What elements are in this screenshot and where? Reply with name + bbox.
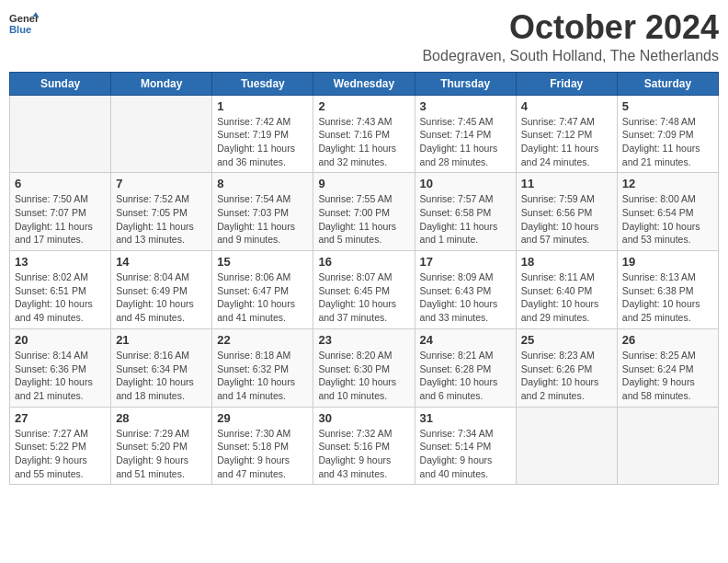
day-number: 30 [318, 411, 409, 425]
weekday-header-sunday: Sunday [10, 72, 111, 95]
calendar-cell: 24Sunrise: 8:21 AM Sunset: 6:28 PM Dayli… [415, 328, 516, 407]
day-number: 10 [420, 177, 511, 190]
day-info: Sunrise: 7:57 AM Sunset: 6:58 PM Dayligh… [420, 192, 511, 247]
calendar-cell: 27Sunrise: 7:27 AM Sunset: 5:22 PM Dayli… [10, 407, 111, 485]
day-number: 31 [420, 411, 511, 425]
weekday-header-wednesday: Wednesday [313, 72, 415, 95]
day-number: 21 [116, 333, 207, 347]
calendar-cell: 28Sunrise: 7:29 AM Sunset: 5:20 PM Dayli… [111, 407, 212, 485]
calendar-cell: 9Sunrise: 7:55 AM Sunset: 7:00 PM Daylig… [313, 173, 415, 251]
day-info: Sunrise: 8:09 AM Sunset: 6:43 PM Dayligh… [420, 270, 511, 325]
day-number: 27 [15, 411, 106, 425]
svg-text:Blue: Blue [9, 24, 31, 35]
day-number: 16 [318, 255, 409, 269]
calendar-cell: 10Sunrise: 7:57 AM Sunset: 6:58 PM Dayli… [415, 173, 516, 251]
calendar-cell: 16Sunrise: 8:07 AM Sunset: 6:45 PM Dayli… [313, 251, 415, 329]
calendar-cell: 8Sunrise: 7:54 AM Sunset: 7:03 PM Daylig… [212, 173, 313, 251]
day-info: Sunrise: 8:25 AM Sunset: 6:24 PM Dayligh… [622, 349, 713, 403]
day-number: 22 [217, 333, 308, 347]
calendar-cell [111, 95, 212, 173]
day-number: 26 [622, 333, 713, 347]
month-title: October 2024 [422, 9, 719, 46]
day-info: Sunrise: 8:13 AM Sunset: 6:38 PM Dayligh… [622, 270, 713, 325]
logo-icon: General Blue [9, 9, 39, 39]
day-info: Sunrise: 7:29 AM Sunset: 5:20 PM Dayligh… [116, 427, 207, 481]
day-info: Sunrise: 7:50 AM Sunset: 7:07 PM Dayligh… [15, 192, 106, 247]
calendar-cell: 15Sunrise: 8:06 AM Sunset: 6:47 PM Dayli… [212, 251, 313, 329]
weekday-header-thursday: Thursday [415, 72, 516, 95]
day-info: Sunrise: 7:42 AM Sunset: 7:19 PM Dayligh… [217, 115, 308, 169]
calendar-cell: 3Sunrise: 7:45 AM Sunset: 7:14 PM Daylig… [415, 95, 516, 173]
day-info: Sunrise: 8:04 AM Sunset: 6:49 PM Dayligh… [116, 270, 207, 325]
day-number: 23 [318, 333, 409, 347]
day-info: Sunrise: 7:55 AM Sunset: 7:00 PM Dayligh… [318, 192, 409, 247]
day-info: Sunrise: 8:07 AM Sunset: 6:45 PM Dayligh… [318, 270, 409, 325]
header: General Blue October 2024 Bodegraven, So… [9, 9, 719, 64]
day-number: 14 [116, 255, 207, 269]
day-info: Sunrise: 7:30 AM Sunset: 5:18 PM Dayligh… [217, 427, 308, 481]
week-row-3: 20Sunrise: 8:14 AM Sunset: 6:36 PM Dayli… [10, 328, 719, 407]
day-info: Sunrise: 7:52 AM Sunset: 7:05 PM Dayligh… [116, 192, 207, 247]
day-info: Sunrise: 8:06 AM Sunset: 6:47 PM Dayligh… [217, 270, 308, 325]
day-number: 2 [318, 99, 409, 113]
day-info: Sunrise: 8:02 AM Sunset: 6:51 PM Dayligh… [15, 270, 106, 325]
calendar-cell [516, 407, 617, 485]
day-info: Sunrise: 7:54 AM Sunset: 7:03 PM Dayligh… [217, 192, 308, 247]
week-row-1: 6Sunrise: 7:50 AM Sunset: 7:07 PM Daylig… [10, 173, 719, 251]
day-number: 1 [217, 99, 308, 113]
day-info: Sunrise: 7:34 AM Sunset: 5:14 PM Dayligh… [420, 427, 511, 481]
calendar-cell: 22Sunrise: 8:18 AM Sunset: 6:32 PM Dayli… [212, 328, 313, 407]
calendar-cell: 7Sunrise: 7:52 AM Sunset: 7:05 PM Daylig… [111, 173, 212, 251]
day-info: Sunrise: 7:59 AM Sunset: 6:56 PM Dayligh… [521, 192, 612, 247]
day-number: 28 [116, 411, 207, 425]
day-info: Sunrise: 7:45 AM Sunset: 7:14 PM Dayligh… [420, 115, 511, 169]
day-info: Sunrise: 7:47 AM Sunset: 7:12 PM Dayligh… [521, 115, 612, 169]
day-info: Sunrise: 8:23 AM Sunset: 6:26 PM Dayligh… [521, 349, 612, 403]
calendar-cell: 6Sunrise: 7:50 AM Sunset: 7:07 PM Daylig… [10, 173, 111, 251]
calendar-cell [617, 407, 718, 485]
day-number: 7 [116, 177, 207, 190]
day-number: 3 [420, 99, 511, 113]
calendar-cell: 14Sunrise: 8:04 AM Sunset: 6:49 PM Dayli… [111, 251, 212, 329]
calendar-cell: 12Sunrise: 8:00 AM Sunset: 6:54 PM Dayli… [617, 173, 718, 251]
day-number: 8 [217, 177, 308, 190]
day-number: 25 [521, 333, 612, 347]
weekday-header-saturday: Saturday [617, 72, 718, 95]
day-info: Sunrise: 8:21 AM Sunset: 6:28 PM Dayligh… [420, 349, 511, 403]
day-info: Sunrise: 8:20 AM Sunset: 6:30 PM Dayligh… [318, 349, 409, 403]
day-number: 12 [622, 177, 713, 190]
day-info: Sunrise: 7:48 AM Sunset: 7:09 PM Dayligh… [622, 115, 713, 169]
day-number: 29 [217, 411, 308, 425]
day-number: 18 [521, 255, 612, 269]
location-title: Bodegraven, South Holland, The Netherlan… [422, 48, 719, 64]
day-number: 17 [420, 255, 511, 269]
day-number: 15 [217, 255, 308, 269]
week-row-2: 13Sunrise: 8:02 AM Sunset: 6:51 PM Dayli… [10, 251, 719, 329]
day-number: 6 [15, 177, 106, 190]
day-info: Sunrise: 8:00 AM Sunset: 6:54 PM Dayligh… [622, 192, 713, 247]
calendar-cell: 18Sunrise: 8:11 AM Sunset: 6:40 PM Dayli… [516, 251, 617, 329]
day-info: Sunrise: 8:18 AM Sunset: 6:32 PM Dayligh… [217, 349, 308, 403]
week-row-4: 27Sunrise: 7:27 AM Sunset: 5:22 PM Dayli… [10, 407, 719, 485]
calendar-cell [10, 95, 111, 173]
calendar-cell: 17Sunrise: 8:09 AM Sunset: 6:43 PM Dayli… [415, 251, 516, 329]
weekday-header-monday: Monday [111, 72, 212, 95]
calendar-cell: 23Sunrise: 8:20 AM Sunset: 6:30 PM Dayli… [313, 328, 415, 407]
day-info: Sunrise: 8:16 AM Sunset: 6:34 PM Dayligh… [116, 349, 207, 403]
day-number: 20 [15, 333, 106, 347]
calendar-cell: 2Sunrise: 7:43 AM Sunset: 7:16 PM Daylig… [313, 95, 415, 173]
day-info: Sunrise: 8:11 AM Sunset: 6:40 PM Dayligh… [521, 270, 612, 325]
calendar-cell: 21Sunrise: 8:16 AM Sunset: 6:34 PM Dayli… [111, 328, 212, 407]
day-number: 9 [318, 177, 409, 190]
calendar-table: SundayMondayTuesdayWednesdayThursdayFrid… [9, 72, 719, 486]
calendar-cell: 1Sunrise: 7:42 AM Sunset: 7:19 PM Daylig… [212, 95, 313, 173]
calendar-cell: 5Sunrise: 7:48 AM Sunset: 7:09 PM Daylig… [617, 95, 718, 173]
calendar-cell: 30Sunrise: 7:32 AM Sunset: 5:16 PM Dayli… [313, 407, 415, 485]
weekday-header-row: SundayMondayTuesdayWednesdayThursdayFrid… [10, 72, 719, 95]
day-info: Sunrise: 7:43 AM Sunset: 7:16 PM Dayligh… [318, 115, 409, 169]
day-number: 13 [15, 255, 106, 269]
calendar-cell: 25Sunrise: 8:23 AM Sunset: 6:26 PM Dayli… [516, 328, 617, 407]
day-number: 24 [420, 333, 511, 347]
calendar-cell: 29Sunrise: 7:30 AM Sunset: 5:18 PM Dayli… [212, 407, 313, 485]
calendar-cell: 26Sunrise: 8:25 AM Sunset: 6:24 PM Dayli… [617, 328, 718, 407]
